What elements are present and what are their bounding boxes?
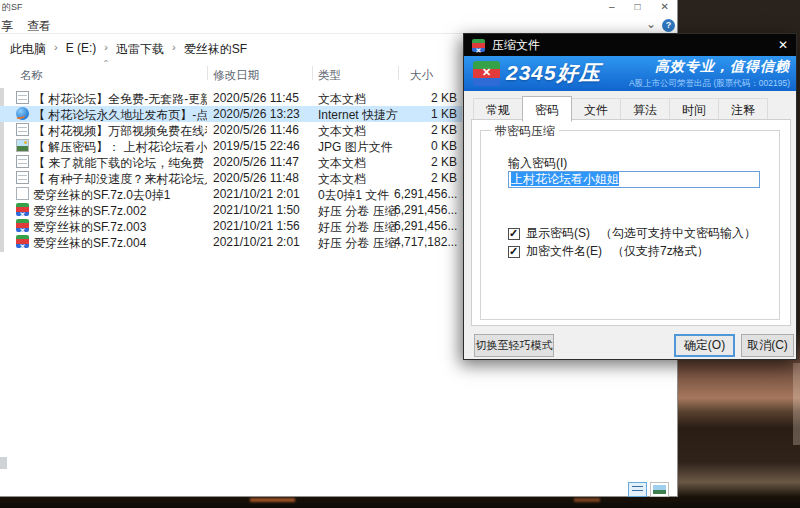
ok-button[interactable]: 确定(O) <box>674 334 735 357</box>
file-date: 2020/5/26 11:45 <box>213 91 313 105</box>
wallpaper-glint <box>574 498 600 502</box>
checkbox-checked-icon[interactable] <box>508 246 520 258</box>
password-tab-panel: 带密码压缩 输入密码(I) 上村花论坛看小姐姐 显示密码(S) （勾选可支持中文… <box>471 119 791 326</box>
wallpaper-light-strip <box>793 363 800 445</box>
file-date: 2021/10/21 2:01 <box>213 235 313 249</box>
details-view-icon[interactable] <box>628 482 647 497</box>
column-divider[interactable] <box>207 66 208 80</box>
file-date: 2019/5/15 22:46 <box>213 139 313 153</box>
wallpaper-glint <box>250 498 295 502</box>
column-divider[interactable] <box>312 66 313 80</box>
close-button[interactable]: ✕ <box>661 0 669 13</box>
password-selected-text: 上村花论坛看小姐姐 <box>511 172 619 186</box>
haozip-logo-icon <box>473 61 500 86</box>
file-date: 2020/5/26 11:47 <box>213 155 313 169</box>
file-date: 2020/5/26 11:46 <box>213 123 313 137</box>
table-row[interactable]: 爱穿丝袜的SF.7z.003 2021/10/21 1:56 好压 分卷 压缩文… <box>0 218 462 234</box>
nav-pane-item-fragment <box>0 457 7 469</box>
thumbnail-view-icon[interactable] <box>650 482 669 497</box>
password-groupbox: 带密码压缩 输入密码(I) 上村花论坛看小姐姐 显示密码(S) （勾选可支持中文… <box>480 130 780 320</box>
window-controls: – □ ✕ <box>609 0 669 13</box>
file-size: 2 KB <box>394 123 457 137</box>
brand-slogan-block: 高效专业，值得信赖 A股上市公司荣誉出品 (股票代码：002195) <box>629 58 790 90</box>
show-password-hint: （勾选可支持中文密码输入） <box>600 225 756 242</box>
file-date: 2021/10/21 1:50 <box>213 203 313 217</box>
file-size: 2 KB <box>394 91 457 105</box>
ribbon-collapse-icon[interactable]: ⌄ <box>646 17 656 31</box>
internet-shortcut-icon <box>16 107 29 120</box>
haozip-app-icon <box>472 39 485 52</box>
file-date: 2020/5/26 11:48 <box>213 171 313 185</box>
cancel-button[interactable]: 取消(C) <box>741 334 794 357</box>
encrypt-filename-label: 加密文件名(E) <box>526 243 602 260</box>
table-row[interactable]: 【 有种子却没速度？来村花论坛人工加... 2020/5/26 11:48 文本… <box>0 170 462 186</box>
column-header-name[interactable]: 名称 <box>20 68 43 83</box>
switch-lite-mode-button[interactable]: 切换至轻巧模式 <box>474 334 554 357</box>
groupbox-title: 带密码压缩 <box>491 123 559 140</box>
table-row[interactable]: 爱穿丝袜的SF.7z.004 2021/10/21 2:01 好压 分卷 压缩文… <box>0 234 462 250</box>
breadcrumb-current-folder[interactable]: 爱丝袜的SF <box>184 41 247 58</box>
file-size: 1 KB <box>394 107 457 121</box>
file-size: 2 KB <box>394 171 457 185</box>
text-file-icon <box>16 171 29 184</box>
checkbox-checked-icon[interactable] <box>508 228 520 240</box>
ribbon-tab-bar: 享 查看 ⌄ ? <box>0 16 677 34</box>
close-icon[interactable]: ✕ <box>778 38 788 52</box>
table-row[interactable]: 【 解压密码】： 上村花论坛看小姐姐.jpg 2019/5/15 22:46 J… <box>0 138 462 154</box>
table-row[interactable]: 爱穿丝袜的SF.7z.002 2021/10/21 1:50 好压 分卷 压缩文… <box>0 202 462 218</box>
file-size: 4,717,182... <box>394 235 457 249</box>
password-input[interactable]: 上村花论坛看小姐姐 <box>508 171 760 188</box>
breadcrumb-separator-icon: › <box>104 41 108 58</box>
text-file-icon <box>16 123 29 136</box>
ribbon-tab-view[interactable]: 查看 <box>27 18 51 35</box>
brand-slogan: 高效专业，值得信赖 <box>629 58 790 76</box>
encrypt-filename-hint: （仅支持7z格式） <box>612 243 709 260</box>
status-bar-view-toggles <box>628 482 669 497</box>
brand-name: 2345好压 <box>506 59 601 87</box>
column-header-date[interactable]: 修改日期 <box>213 68 259 83</box>
show-password-label: 显示密码(S) <box>526 225 590 242</box>
breadcrumb-thunder-downloads[interactable]: 迅雷下载 <box>116 41 164 58</box>
table-row[interactable]: 【 来了就能下载的论坛，纯免费！ 】.txt 2020/5/26 11:47 文… <box>0 154 462 170</box>
haozip-archive-icon <box>16 235 29 248</box>
file-size: 6,291,456... <box>394 203 457 217</box>
tab-password[interactable]: 密码 <box>522 96 572 122</box>
table-row[interactable]: 【 村花论坛】全免费-无套路-更新快.txt 2020/5/26 11:45 文… <box>0 90 462 106</box>
column-header-type[interactable]: 类型 <box>318 68 341 83</box>
table-row[interactable]: 【 村花视频】万部视频免费在线看.txt 2020/5/26 11:46 文本文… <box>0 122 462 138</box>
file-size: 6,291,456... <box>394 219 457 233</box>
table-row-selected[interactable]: 【 村花论坛永久地址发布页】-点此打开 2020/5/26 13:23 Inte… <box>0 106 462 122</box>
breadcrumb-separator-icon: › <box>54 41 58 58</box>
file-size: 2 KB <box>394 155 457 169</box>
breadcrumb-drive-e[interactable]: E (E:) <box>66 41 97 58</box>
blank-file-icon <box>16 187 29 200</box>
text-file-icon <box>16 155 29 168</box>
file-size: 6,291,456... <box>394 187 457 201</box>
haozip-archive-icon <box>16 219 29 232</box>
file-list: 【 村花论坛】全免费-无套路-更新快.txt 2020/5/26 11:45 文… <box>0 90 462 250</box>
file-name: 爱穿丝袜的SF.7z.004 <box>33 235 207 252</box>
column-divider[interactable] <box>398 66 399 80</box>
table-row[interactable]: 爱穿丝袜的SF.7z.0去0掉1 2021/10/21 2:01 0去0掉1 文… <box>0 186 462 202</box>
brand-banner: 2345好压 高效专业，值得信赖 A股上市公司荣誉出品 (股票代码：002195… <box>464 56 796 91</box>
file-date: 2021/10/21 1:56 <box>213 219 313 233</box>
breadcrumb-this-pc[interactable]: 此电脑 <box>10 41 46 58</box>
column-header-size[interactable]: 大小 <box>410 68 433 83</box>
file-date: 2020/5/26 13:23 <box>213 107 313 121</box>
file-size: 0 KB <box>394 139 457 153</box>
compress-dialog: 压缩文件 ✕ 2345好压 高效专业，值得信赖 A股上市公司荣誉出品 (股票代码… <box>463 33 797 360</box>
breadcrumb: 此电脑 › E (E:) › 迅雷下载 › 爱丝袜的SF <box>10 41 247 58</box>
file-date: 2021/10/21 2:01 <box>213 187 313 201</box>
file-type: 好压 分卷 压缩文件 <box>318 235 398 252</box>
encrypt-filename-checkbox-row[interactable]: 加密文件名(E) （仅支持7z格式） <box>508 243 709 260</box>
brand-subtitle: A股上市公司荣誉出品 (股票代码：002195) <box>629 78 790 90</box>
jpg-image-icon <box>16 139 29 152</box>
dialog-titlebar: 压缩文件 ✕ <box>464 34 796 56</box>
minimize-button[interactable]: – <box>609 0 615 13</box>
breadcrumb-separator-icon: › <box>172 41 176 58</box>
maximize-button[interactable]: □ <box>635 0 641 13</box>
show-password-checkbox-row[interactable]: 显示密码(S) （勾选可支持中文密码输入） <box>508 225 756 242</box>
ribbon-tab-share[interactable]: 享 <box>1 18 13 35</box>
dialog-title: 压缩文件 <box>492 37 540 54</box>
help-icon[interactable]: ? <box>662 19 675 32</box>
